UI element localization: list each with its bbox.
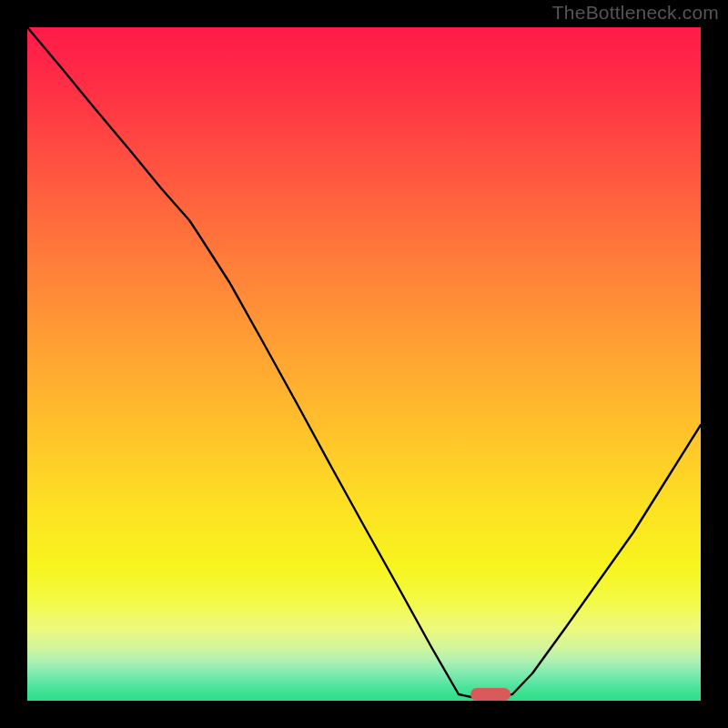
chart-frame: TheBottleneck.com (0, 0, 728, 728)
optimal-point-marker (470, 688, 511, 701)
watermark-text: TheBottleneck.com (552, 2, 719, 24)
gradient-plot-area (27, 27, 701, 701)
curve-path (27, 27, 701, 697)
bottleneck-curve (27, 27, 701, 701)
